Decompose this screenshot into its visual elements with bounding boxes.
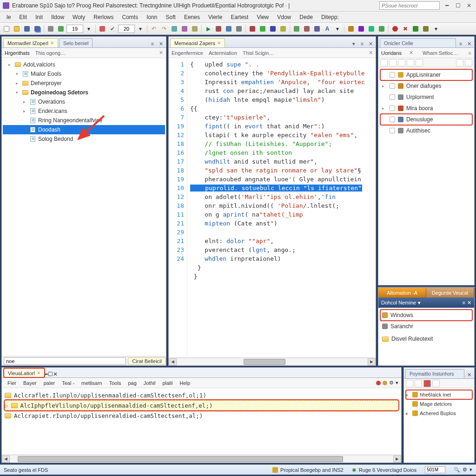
panel-close-icon[interactable]: ✕ xyxy=(465,40,473,47)
panel-min-icon[interactable]: ━ xyxy=(45,371,48,377)
outline-item[interactable]: AppLisniraner xyxy=(380,69,472,80)
close-icon[interactable]: ✕ xyxy=(50,40,54,46)
menu-item[interactable]: View xyxy=(253,13,272,21)
tree-arrow-icon[interactable]: ▾ xyxy=(16,72,21,76)
toolbar-icon[interactable] xyxy=(357,24,366,33)
right-lower-list[interactable]: ▸hhe6laick inetMage detciors▸Achered Bup… xyxy=(404,388,474,420)
menu-item[interactable]: Eenes xyxy=(180,13,204,21)
outline-item[interactable]: Urplorment xyxy=(380,92,472,103)
console-tab[interactable]: VieuaLatiorl✕ xyxy=(4,368,45,377)
console-menu-item[interactable]: plalil xyxy=(159,379,175,387)
console-menu-item[interactable]: Bayer xyxy=(20,379,40,387)
redo-icon[interactable]: ↷ xyxy=(159,24,169,33)
outline-item[interactable]: Denusluge xyxy=(380,114,472,125)
menu-item[interactable]: Ildow xyxy=(47,13,68,21)
mini-button[interactable] xyxy=(406,380,413,387)
minimize-button[interactable]: ━ xyxy=(443,1,451,10)
sub-tab[interactable]: This ogong… xyxy=(35,50,66,56)
scroll-right-icon[interactable]: ▶ xyxy=(393,456,401,463)
code-body[interactable]: { upled supe ". . conolectiney the 'Pend… xyxy=(187,58,376,357)
menu-item[interactable]: Ditepp: xyxy=(317,13,343,21)
dropdown-icon[interactable]: ▾ xyxy=(84,24,93,33)
title-search-input[interactable] xyxy=(379,1,440,10)
close-icon[interactable]: ✕ xyxy=(159,50,163,56)
panel-menu-icon[interactable]: ≡ xyxy=(469,50,471,56)
tree-item[interactable]: ▾Degoinedoag Sdetors xyxy=(3,88,165,97)
sub-tab[interactable]: Actermiation xyxy=(209,50,237,56)
toolbar-icon[interactable] xyxy=(302,24,311,33)
mini-button[interactable] xyxy=(407,59,414,66)
tree-item[interactable]: ▸AdoLvalciors xyxy=(3,60,165,69)
maximize-button[interactable]: ☐ xyxy=(454,1,462,10)
console-menu-item[interactable]: Teal - xyxy=(59,379,77,387)
console-menu-item[interactable]: pag xyxy=(125,379,139,387)
save-all-icon[interactable] xyxy=(33,24,42,33)
scroll-thumb[interactable] xyxy=(244,359,285,365)
toolbar-icon[interactable] xyxy=(421,24,430,33)
debug-icon[interactable] xyxy=(214,24,223,33)
toolbar-icon[interactable] xyxy=(292,24,301,33)
new-file-icon[interactable] xyxy=(2,24,11,33)
scroll-left-icon[interactable]: ◀ xyxy=(2,456,10,463)
dropdown-icon[interactable]: ▾ xyxy=(469,467,472,473)
console-menu-item[interactable]: metlisarn xyxy=(79,379,105,387)
outline-item[interactable]: ▸Mira boora xyxy=(380,103,472,114)
right-lower-tab[interactable]: Poymaitlio Instunhors xyxy=(405,369,464,378)
toolbar-num1[interactable] xyxy=(66,25,83,33)
sub-tab[interactable]: Thisl Scigin… xyxy=(243,50,274,56)
scroll-left-icon[interactable]: ◀ xyxy=(169,358,177,365)
panel-menu-icon[interactable]: ≡ xyxy=(358,40,366,47)
outline-item[interactable]: ▸Oner diafuges xyxy=(380,80,472,92)
toolbar-icon[interactable] xyxy=(258,24,267,33)
scroll-track[interactable] xyxy=(10,456,393,463)
toolbar-num2[interactable] xyxy=(118,25,135,33)
menu-item[interactable]: Ionn xyxy=(143,13,161,21)
toolbar-icon[interactable] xyxy=(234,24,244,33)
panel-menu-icon[interactable]: ≡ xyxy=(463,300,465,306)
sub-tab[interactable]: Uoridans xyxy=(381,50,402,56)
status-chip[interactable]: Cirat Belleicil xyxy=(128,357,166,365)
tree-arrow-icon[interactable]: ▸ xyxy=(23,99,29,104)
right-mid-list[interactable]: WindowsSaranchr xyxy=(378,308,474,334)
toolbar-icon[interactable] xyxy=(248,24,257,33)
console-line[interactable]: Aclcrapiet.rIunplo/upplisenrealdied-camS… xyxy=(5,410,398,421)
sub-tab[interactable]: Wham Setloc… xyxy=(423,50,458,56)
toolbar-icon[interactable] xyxy=(56,24,66,33)
toolbar-icon[interactable] xyxy=(411,24,420,33)
toolbar-icon[interactable] xyxy=(346,24,356,33)
scroll-track[interactable] xyxy=(177,358,368,365)
toolbar-icon[interactable] xyxy=(278,24,288,33)
menu-item[interactable]: Rerlows xyxy=(90,13,117,21)
project-tree[interactable]: ▸AdoLvalciors▾Mialor Eools▸Deherproyer▾D… xyxy=(2,58,166,356)
mini-button[interactable] xyxy=(465,59,472,66)
console-line[interactable]: ▷AlcIphpfleVlilunplo/upplisenmaaldied-ca… xyxy=(5,400,398,410)
panel-menu-icon[interactable]: ≡ xyxy=(149,40,156,47)
toolbar-icon[interactable] xyxy=(367,24,376,33)
stop-icon[interactable] xyxy=(390,24,400,33)
console-menu-item[interactable]: Fier xyxy=(5,379,19,387)
menu-item[interactable]: Comts xyxy=(119,13,142,21)
mini-button[interactable] xyxy=(432,380,440,387)
menu-item[interactable]: Dede xyxy=(296,13,317,21)
list-item[interactable]: Mage detciors xyxy=(406,399,472,409)
console-menu-item[interactable]: Help xyxy=(177,379,193,387)
console-menu-item[interactable]: Tools xyxy=(106,379,124,387)
console-menu-item[interactable]: paler xyxy=(41,379,58,387)
tree-arrow-icon[interactable]: ▸ xyxy=(23,109,29,113)
console-scrollbar[interactable]: ◀ ▶ xyxy=(2,455,401,463)
menu-item[interactable]: Soft xyxy=(162,13,179,21)
menu-item[interactable]: Init xyxy=(32,13,46,21)
list-item[interactable]: Disvel Ruleotexit xyxy=(378,334,474,344)
record-icon[interactable] xyxy=(376,381,381,385)
tree-arrow-icon[interactable]: ▾ xyxy=(16,90,21,95)
toolbar-icon[interactable] xyxy=(98,24,107,33)
print-icon[interactable] xyxy=(46,24,55,33)
mini-button[interactable] xyxy=(416,59,423,66)
close-button[interactable]: ✕ xyxy=(465,1,473,10)
tree-item[interactable]: Rring Nangeondentalfvice xyxy=(3,116,165,125)
menu-item[interactable]: le xyxy=(3,13,14,21)
close-icon[interactable]: ✖ xyxy=(401,24,410,33)
mini-button[interactable] xyxy=(398,59,405,66)
close-icon[interactable]: ✕ xyxy=(409,50,413,56)
right-tab[interactable]: Onicler Celle xyxy=(380,38,456,47)
